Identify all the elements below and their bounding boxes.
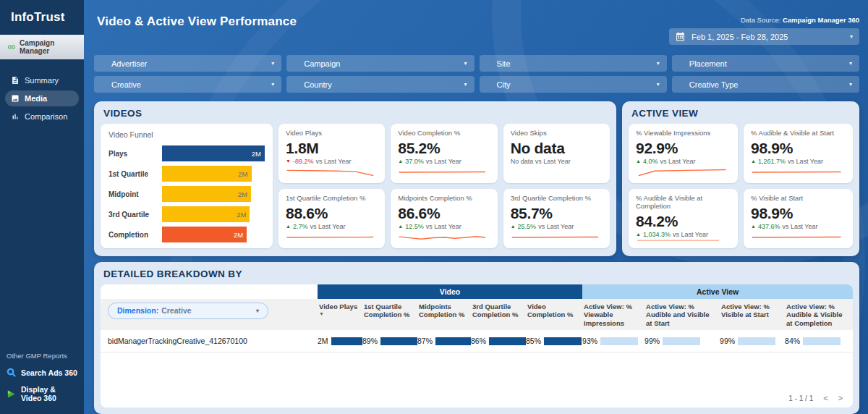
metric-bar	[435, 337, 471, 345]
metric-cell: 99%	[644, 330, 720, 352]
date-range-picker[interactable]: Feb 1, 2025 - Feb 28, 2025 ▾	[669, 28, 859, 45]
filter-country[interactable]: Country▾	[286, 76, 474, 93]
funnel-bar[interactable]: 2M	[162, 186, 251, 202]
metric-value: 99%	[720, 337, 735, 345]
filter-label: Creative	[111, 80, 141, 89]
column-header-label: Active View: % Viewable Impressions	[584, 303, 640, 327]
breakdown-table-card: VideoActive ViewDimension:Creative▾Video…	[101, 284, 853, 407]
funnel-bar-value: 2M	[237, 211, 250, 219]
column-header[interactable]: Midpoints Completion %	[417, 299, 471, 330]
kpi-panels-row: VIDEOS Video Funnel Plays2M1st Quartile2…	[94, 101, 859, 256]
scorecard-delta: ▲2.7%vs Last Year	[286, 223, 378, 230]
filter-creative-type[interactable]: Creative Type▾	[672, 76, 859, 93]
scorecard-label: Video Skips	[511, 130, 603, 138]
main-content: Video & Active View Performance Data Sou…	[84, 0, 868, 414]
funnel-bar[interactable]: 2M	[162, 166, 252, 182]
column-header[interactable]: Video Plays▼	[318, 299, 362, 330]
scorecard-delta: ▲1,034.3%vs Last Year	[636, 231, 731, 238]
metric-cell-content: 99%	[644, 330, 720, 352]
funnel-row: Midpoint2M	[109, 186, 265, 202]
metric-bar	[489, 337, 526, 345]
metric-bar	[803, 337, 841, 345]
funnel-row: 3rd Quartile2M	[109, 206, 265, 222]
delta-text: vs Last Year	[660, 158, 695, 165]
column-header-label: 1st Quartile Completion %	[364, 303, 413, 319]
delta-text: vs Last Year	[310, 223, 345, 230]
sparkline	[398, 232, 490, 242]
scorecard-value: 98.9%	[751, 140, 846, 157]
filter-label: Site	[497, 59, 511, 68]
data-source-label: Data Source:	[741, 16, 780, 24]
dimension-selector-text: Dimension:Creative	[117, 306, 192, 316]
filter-campaign[interactable]: Campaign▾	[286, 55, 474, 72]
scorecard-label: % Visible at Start	[751, 195, 846, 203]
sparkline	[286, 232, 378, 242]
column-header[interactable]: 1st Quartile Completion %	[362, 299, 417, 330]
scorecard-delta: ▲4.0%vs Last Year	[636, 158, 731, 165]
filter-advertiser[interactable]: Advertiser▾	[94, 55, 281, 72]
sidebar-item-comparison[interactable]: Comparison	[5, 109, 79, 124]
workspace-selector[interactable]: Campaign Manager	[0, 35, 84, 59]
sidebar-item-media[interactable]: Media	[5, 90, 79, 106]
sidebar-item-search-ads-360[interactable]: Search Ads 360	[7, 368, 77, 377]
scorecard-label: Midpoints Completion %	[398, 195, 490, 203]
scorecard: % Audible & Visible at Completion84.2%▲1…	[629, 189, 738, 248]
pagination-next-icon[interactable]: >	[838, 394, 843, 402]
trend-up-icon: ▲	[511, 224, 516, 229]
funnel-bar-value: 2M	[238, 170, 251, 178]
delta-percent: 25.5%	[518, 223, 537, 230]
column-header[interactable]: 3rd Quartile Completion %	[471, 299, 526, 330]
column-header[interactable]: Active View: % Audible & Visible at Comp…	[785, 299, 853, 330]
funnel-bar[interactable]: 2M	[162, 206, 250, 222]
filter-creative[interactable]: Creative▾	[94, 76, 281, 93]
breakdown-table: VideoActive ViewDimension:Creative▾Video…	[101, 284, 853, 352]
column-header[interactable]: Active View: % Visible at Start	[720, 299, 785, 330]
bar-chart-icon	[11, 112, 20, 121]
data-source: Data Source: Campaign Manager 360	[669, 16, 859, 24]
summary-icon	[11, 76, 20, 85]
workspace-label: Campaign Manager	[20, 39, 80, 55]
dimension-selector-label: Dimension:	[117, 306, 158, 315]
display-video-360-icon	[7, 389, 16, 399]
filter-city[interactable]: City▾	[480, 76, 667, 93]
active-view-scorecards-grid: % Viewable Impressions92.9%▲4.0%vs Last …	[629, 124, 853, 248]
scorecard: Video Completion %85.2%▲37.0%vs Last Yea…	[391, 124, 497, 183]
filter-placement[interactable]: Placement▾	[672, 55, 859, 72]
dimension-selector[interactable]: Dimension:Creative▾	[108, 303, 268, 319]
filter-label: Country	[304, 80, 332, 89]
funnel-bar-track: 2M	[162, 227, 265, 242]
funnel-category-label: Completion	[109, 231, 162, 239]
metric-cell: 99%	[720, 330, 785, 352]
column-header[interactable]: Active View: % Viewable Impressions	[582, 299, 644, 330]
scorecard-value: 98.9%	[751, 205, 846, 222]
metric-value: 86%	[471, 337, 486, 345]
scorecard-value: 1.8M	[286, 140, 378, 157]
table-column-header-row: Dimension:Creative▾Video Plays▼1st Quart…	[101, 299, 853, 330]
funnel-category-label: 3rd Quartile	[109, 211, 162, 219]
scorecard-delta: ▲437.6%vs Last Year	[751, 223, 846, 230]
sparkline	[636, 238, 731, 242]
scorecard-label: 1st Quartile Completion %	[286, 195, 378, 203]
funnel-bar[interactable]: 2M	[162, 227, 247, 242]
chevron-down-icon: ▾	[271, 81, 274, 88]
column-header[interactable]: Active View: % Audible and Visible at St…	[644, 299, 720, 330]
trend-up-icon: ▲	[751, 159, 756, 164]
trend-down-icon: ▼	[286, 159, 291, 164]
scorecard-label: % Audible & Visible at Start	[751, 130, 846, 138]
filter-site[interactable]: Site▾	[480, 55, 667, 72]
sidebar-item-summary[interactable]: Summary	[5, 72, 79, 88]
funnel-bar[interactable]: 2M	[162, 145, 265, 161]
filter-label: Campaign	[304, 59, 340, 68]
delta-percent: 37.0%	[405, 158, 424, 165]
sidebar-nav: Summary Media Comparison	[0, 72, 84, 124]
delta-percent: 437.6%	[758, 223, 780, 230]
metric-bar	[600, 337, 638, 345]
pagination-prev-icon[interactable]: <	[823, 394, 827, 402]
column-header[interactable]: Video Completion %	[526, 299, 582, 330]
table-row: bidManagerTrackingCreative_4126701002M89…	[101, 330, 853, 352]
metric-cell-content: 2M	[318, 330, 362, 352]
dimension-header-cell: Dimension:Creative▾	[101, 299, 318, 330]
column-header-label: 3rd Quartile Completion %	[472, 303, 522, 319]
sidebar-item-display-video-360[interactable]: Display & Video 360	[7, 385, 77, 402]
trend-up-icon: ▲	[398, 224, 403, 229]
